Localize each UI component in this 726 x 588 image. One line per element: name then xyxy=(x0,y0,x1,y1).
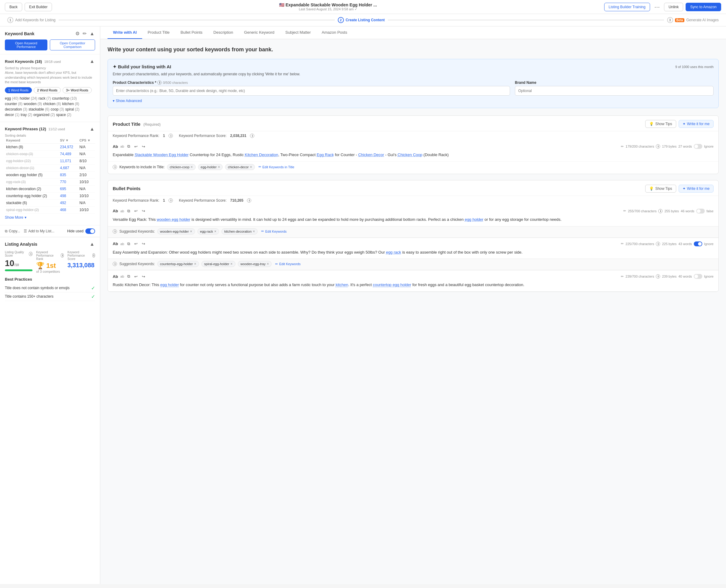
ab-sub-b3: ab xyxy=(120,275,124,278)
open-kp-button[interactable]: Open Keyword Performance xyxy=(5,40,47,50)
phrases-collapse-icon[interactable]: ▲ xyxy=(89,126,95,132)
tab-subject-matter[interactable]: Subject Matter xyxy=(280,26,316,39)
edit-kw-btn-b2[interactable]: ✏ Edit Keywords xyxy=(275,262,300,266)
tab-bullet-points[interactable]: Bullet Points xyxy=(175,26,208,39)
la-collapse-icon[interactable]: ▲ xyxy=(89,241,95,248)
filter-1word[interactable]: 1 Word Roots xyxy=(5,87,32,93)
tab-write-ai[interactable]: Write with AI xyxy=(107,26,142,39)
chip-x-2[interactable]: × xyxy=(218,165,220,169)
redo-btn-b2[interactable]: ↪ xyxy=(141,241,146,247)
chip-x-s2-3[interactable]: × xyxy=(267,262,269,266)
ignore-label-b1: false xyxy=(707,209,713,213)
root-collapse-icon[interactable]: ▲ xyxy=(89,58,95,65)
tab-product-title[interactable]: Product Title xyxy=(142,26,175,39)
sync-amazon-button[interactable]: Sync to Amazon xyxy=(686,3,721,11)
ignore-toggle-b3[interactable] xyxy=(694,274,702,279)
copy-button[interactable]: ⧉ Copy... xyxy=(5,229,20,233)
lqs-label: Listing Quality Score ℹ xyxy=(5,251,33,257)
product-title-show-tips-button[interactable]: 💡 Show Tips xyxy=(645,120,676,128)
product-title-write-ai-button[interactable]: ✦ Write it for me xyxy=(679,120,713,128)
sort-label: Sorting details xyxy=(5,134,95,137)
undo-btn-b1[interactable]: ↩ xyxy=(133,208,139,214)
page-title: 🇺🇸 Expandable Stackable Wooden Egg Holde… xyxy=(56,2,600,7)
show-advanced-button[interactable]: ▾ Show Advanced xyxy=(113,99,713,103)
bullet-write-ai-button[interactable]: ✦ Write it for me xyxy=(679,185,713,193)
cps-cell: 10/10 xyxy=(78,206,95,213)
redo-btn-pt[interactable]: ↪ xyxy=(141,144,146,149)
chip-x-s1-3[interactable]: × xyxy=(253,229,255,234)
kp-score-info-pt: ℹ xyxy=(250,134,254,138)
kw-highlight-pt-4: Chicken Decor xyxy=(358,152,384,157)
step-1[interactable]: 1 Add Keywords for Listing xyxy=(7,17,56,23)
bullet-text-2[interactable]: Easy Assembly and Expansion: Other wood … xyxy=(113,249,713,256)
step-3-num: 3 xyxy=(667,17,673,23)
copy-btn-b3[interactable]: ⧉ xyxy=(126,273,131,279)
chip-x-s2-2[interactable]: × xyxy=(231,262,233,266)
brand-name-input[interactable] xyxy=(515,86,713,96)
filter-3plus[interactable]: 3+ Word Roots xyxy=(63,87,91,93)
step-1-num: 1 xyxy=(7,17,13,23)
cps-cell: 8/10 xyxy=(78,157,95,164)
kw-cell: countertop egg holder (2) xyxy=(5,192,59,199)
bullet-show-tips-button[interactable]: 💡 Show Tips xyxy=(645,185,676,193)
unlink-button[interactable]: Unlink xyxy=(664,3,683,11)
copy-btn-b2[interactable]: ⧉ xyxy=(126,241,131,247)
char-count-pt: ✏ 179/200 characters ℹ 179 bytes 27 word… xyxy=(621,144,713,149)
tab-generic-keyword[interactable]: Generic Keyword xyxy=(239,26,280,39)
training-button[interactable]: Listing Builder Training xyxy=(604,3,650,11)
show-more-button[interactable]: Show More ▾ xyxy=(5,213,95,222)
ignore-toggle-b2[interactable] xyxy=(694,241,702,246)
tab-description[interactable]: Description xyxy=(208,26,239,39)
step-2[interactable]: 2 Create Listing Content xyxy=(338,17,385,23)
keyword-bank-title: Keyword Bank xyxy=(5,31,34,36)
kw-cell: kitchen (8) xyxy=(5,143,59,150)
chip-x-s1-2[interactable]: × xyxy=(214,229,216,234)
filter-2word[interactable]: 2 Word Roots xyxy=(34,87,61,93)
undo-btn-b3[interactable]: ↩ xyxy=(133,274,139,279)
topbar-right: Listing Builder Training ⋯ Unlink Sync t… xyxy=(604,3,721,11)
bullet-text-1[interactable]: Versatile Egg Rack: This wooden egg hold… xyxy=(113,216,713,223)
kw-chicken: chicken (8) xyxy=(43,102,61,106)
ignore-toggle-b1[interactable] xyxy=(696,209,705,213)
undo-btn-b2[interactable]: ↩ xyxy=(133,241,139,247)
root-keywords-header: Root Keywords (18) 18/18 used ▲ xyxy=(5,58,95,65)
product-char-label: Product Characteristics * ℹ 0/500 charac… xyxy=(113,81,510,85)
bottom-actions: ⧉ Copy... ☰ Add to My List... Hide used xyxy=(0,225,100,237)
back-button[interactable]: Back xyxy=(5,3,22,11)
kw-counter: counter (8) xyxy=(5,102,22,106)
settings-icon[interactable]: ⚙ xyxy=(75,30,80,37)
hide-used-toggle[interactable] xyxy=(85,228,95,234)
keyword-buttons: Open Keyword Performance Open Competitor… xyxy=(0,40,100,54)
bytes-info-pt: ℹ xyxy=(656,144,660,148)
ignore-toggle-pt[interactable] xyxy=(694,144,702,149)
edit-icon-b2: ✏ xyxy=(621,242,624,246)
redo-btn-b3[interactable]: ↪ xyxy=(141,274,146,279)
exit-builder-button[interactable]: Exit Builder xyxy=(25,3,52,11)
edit-kw-btn-b1[interactable]: ✏ Edit Keywords xyxy=(261,229,287,233)
topbar-center: 🇺🇸 Expandable Stackable Wooden Egg Holde… xyxy=(56,2,600,11)
last-saved: Last Saved August 15, 2024 9:58 am ✓ xyxy=(56,7,600,11)
product-char-input[interactable] xyxy=(113,86,510,96)
collapse-icon[interactable]: ▲ xyxy=(89,30,95,37)
copy-btn-b1[interactable]: ⧉ xyxy=(126,208,131,214)
chip-x-1[interactable]: × xyxy=(191,165,193,169)
chip-x-s2-1[interactable]: × xyxy=(194,262,196,266)
undo-btn-pt[interactable]: ↩ xyxy=(133,144,139,149)
bytes-info-b1: ℹ xyxy=(658,209,663,213)
add-list-button[interactable]: ☰ Add to My List... xyxy=(24,229,55,233)
tab-amazon-posts[interactable]: Amazon Posts xyxy=(316,26,353,39)
bullet-text-3[interactable]: Rustic Kitchen Decor: This egg holder fo… xyxy=(113,282,713,288)
kw-cell: stackable (6) xyxy=(5,199,59,206)
chip-x-s1-1[interactable]: × xyxy=(190,229,192,234)
chip-x-3[interactable]: × xyxy=(250,165,252,169)
copy-text-btn-pt[interactable]: ⧉ xyxy=(126,143,131,149)
edit-kw-btn-pt[interactable]: ✏ Edit Keywords in Title xyxy=(258,165,294,169)
open-cc-button[interactable]: Open Competitor Comparison xyxy=(50,40,95,50)
more-options-button[interactable]: ⋯ xyxy=(652,3,662,11)
redo-btn-b1[interactable]: ↪ xyxy=(141,208,146,214)
kw-organized: organized (2) xyxy=(34,113,55,117)
product-title-text[interactable]: Expandable Stackable Wooden Egg Holder C… xyxy=(113,152,713,158)
edit-icon[interactable]: ✏ xyxy=(82,30,87,37)
step-3[interactable]: 3 Beta Generate AI Images xyxy=(667,17,719,23)
topbar-left: Back Exit Builder xyxy=(5,3,52,11)
